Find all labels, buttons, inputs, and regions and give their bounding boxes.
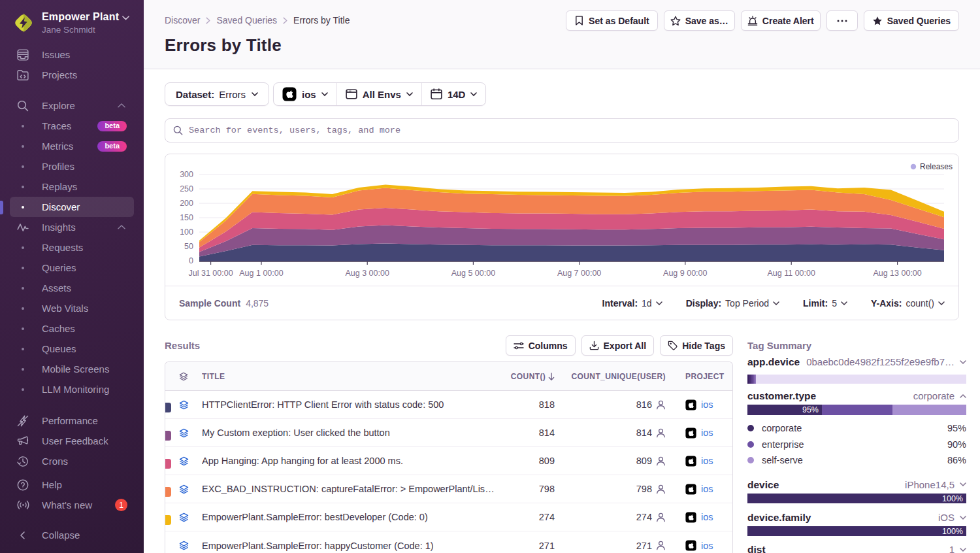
svg-text:Aug 11 00:00: Aug 11 00:00 (767, 269, 815, 278)
svg-text:Aug 7 00:00: Aug 7 00:00 (557, 269, 601, 278)
svg-text:Aug 5 00:00: Aug 5 00:00 (451, 269, 495, 278)
svg-text:150: 150 (180, 213, 193, 222)
svg-text:Aug 3 00:00: Aug 3 00:00 (345, 269, 389, 278)
svg-text:50: 50 (184, 242, 193, 251)
svg-text:200: 200 (180, 199, 193, 208)
svg-text:300: 300 (180, 170, 193, 179)
svg-text:Jul 31 00:00: Jul 31 00:00 (189, 269, 233, 278)
svg-text:Aug 13 00:00: Aug 13 00:00 (873, 269, 921, 278)
svg-text:0: 0 (189, 256, 193, 265)
svg-text:Aug 9 00:00: Aug 9 00:00 (663, 269, 707, 278)
svg-text:100: 100 (180, 227, 193, 237)
svg-text:Aug 1 00:00: Aug 1 00:00 (239, 269, 283, 278)
svg-text:250: 250 (180, 184, 193, 193)
svg-text:Releases: Releases (920, 162, 953, 171)
